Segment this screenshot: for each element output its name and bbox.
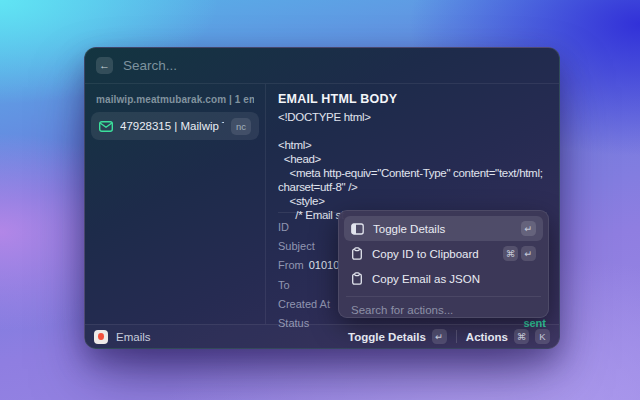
email-list-pane: mailwip.meatmubarak.com | 1 email 479283… [85,84,265,324]
enter-key-icon: ↵ [432,329,447,344]
email-list-item[interactable]: 47928315 | Mailwip Test em… nc [91,112,259,140]
search-bar: ← Search... [85,48,559,84]
code-line [278,124,547,138]
k-key-icon: K [535,329,550,344]
email-item-title: 47928315 | Mailwip Test em… [120,120,224,132]
code-line: <html> [278,138,547,152]
code-line: <!DOCTYPE html> [278,110,547,124]
command-key-icon: ⌘ [503,246,518,261]
metadata-label: ID [278,221,289,233]
metadata-label: From [278,259,304,271]
actions-search-input[interactable]: Search for actions... [344,301,543,319]
metadata-label: Subject [278,240,315,252]
email-item-badge: nc [231,118,251,135]
code-line: <style> [278,194,547,208]
primary-action-button[interactable]: Toggle Details [348,331,426,343]
metadata-label: To [278,279,290,291]
clipboard-icon [351,247,363,260]
extension-name: Emails [116,331,151,343]
code-line: charset=utf-8" /> [278,180,547,194]
menu-item-copy-id[interactable]: Copy ID to Clipboard ⌘ ↵ [344,241,543,266]
enter-key-icon: ↵ [521,246,536,261]
menu-item-toggle-details[interactable]: Toggle Details ↵ [344,216,543,241]
code-line: <meta http-equiv="Content-Type" content=… [278,166,547,180]
status-bar: Emails Toggle Details ↵ Actions ⌘ K [85,324,559,348]
menu-item-label: Copy ID to Clipboard [372,248,479,260]
command-palette-window: ← Search... mailwip.meatmubarak.com | 1 … [84,47,560,349]
enter-key-icon: ↵ [521,221,536,236]
back-button[interactable]: ← [96,57,113,74]
code-line: <head> [278,152,547,166]
mailwip-extension-icon [94,330,108,344]
clipboard-icon [351,272,363,285]
metadata-label: Created At [278,298,330,310]
sidebar-panel-icon [351,223,364,235]
status-bar-divider [456,330,457,343]
actions-menu: Toggle Details ↵ Copy ID to Clipboard ⌘ … [338,210,549,318]
actions-button[interactable]: Actions [466,331,508,343]
search-input[interactable]: Search... [123,58,177,73]
back-arrow-icon: ← [99,60,110,71]
menu-item-copy-json[interactable]: Copy Email as JSON [344,266,543,291]
menu-item-label: Toggle Details [373,223,445,235]
envelope-icon [99,121,113,132]
detail-heading: EMAIL HTML BODY [278,92,547,106]
menu-divider [346,296,541,297]
email-html-code-block: <!DOCTYPE html> <html> <head> <meta http… [278,110,547,222]
list-section-header: mailwip.meatmubarak.com | 1 email [96,94,254,105]
menu-item-label: Copy Email as JSON [372,273,480,285]
command-key-icon: ⌘ [514,329,529,344]
